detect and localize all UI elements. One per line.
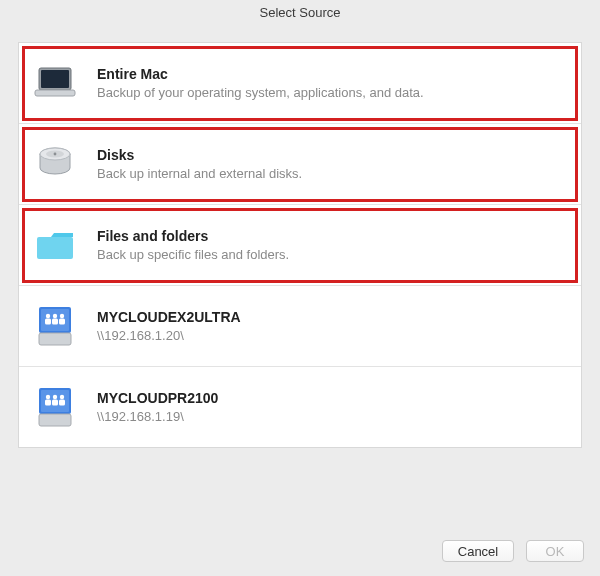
dialog-footer: Cancel OK: [442, 540, 584, 562]
svg-rect-13: [52, 319, 58, 325]
source-list: Entire MacBackup of your operating syste…: [18, 42, 582, 448]
network-share-icon: [33, 304, 77, 348]
source-option-subtitle: \\192.168.1.19\: [97, 409, 567, 424]
svg-rect-2: [35, 90, 75, 96]
source-option-text: MYCLOUDPR2100\\192.168.1.19\: [97, 390, 567, 424]
svg-rect-25: [39, 414, 71, 426]
source-option-share-mycloudpr2100[interactable]: MYCLOUDPR2100\\192.168.1.19\: [19, 367, 581, 447]
source-option-text: MYCLOUDEX2ULTRA\\192.168.1.20\: [97, 309, 567, 343]
harddrive-icon: [33, 142, 77, 186]
svg-rect-7: [37, 237, 73, 259]
svg-rect-22: [52, 400, 58, 406]
ok-button[interactable]: OK: [526, 540, 584, 562]
svg-rect-24: [59, 400, 65, 406]
source-option-share-mycloudex2ultra[interactable]: MYCLOUDEX2ULTRA\\192.168.1.20\: [19, 286, 581, 367]
source-option-subtitle: \\192.168.1.20\: [97, 328, 567, 343]
svg-point-19: [46, 395, 50, 399]
svg-rect-20: [45, 400, 51, 406]
source-option-subtitle: Back up internal and external disks.: [97, 166, 567, 181]
svg-rect-11: [45, 319, 51, 325]
svg-point-14: [60, 314, 64, 318]
source-option-files-folders[interactable]: Files and foldersBack up specific files …: [19, 205, 581, 286]
source-option-text: DisksBack up internal and external disks…: [97, 147, 567, 181]
source-option-title: MYCLOUDPR2100: [97, 390, 567, 406]
svg-rect-15: [59, 319, 65, 325]
svg-point-12: [53, 314, 57, 318]
source-option-title: Files and folders: [97, 228, 567, 244]
source-option-text: Entire MacBackup of your operating syste…: [97, 66, 567, 100]
source-option-title: Entire Mac: [97, 66, 567, 82]
folder-icon: [33, 223, 77, 267]
svg-rect-16: [39, 333, 71, 345]
source-option-text: Files and foldersBack up specific files …: [97, 228, 567, 262]
source-option-title: Disks: [97, 147, 567, 163]
svg-point-21: [53, 395, 57, 399]
macbook-icon: [33, 61, 77, 105]
svg-rect-1: [41, 70, 69, 88]
source-option-disks[interactable]: DisksBack up internal and external disks…: [19, 124, 581, 205]
window-title: Select Source: [0, 0, 600, 26]
source-option-title: MYCLOUDEX2ULTRA: [97, 309, 567, 325]
svg-point-6: [54, 153, 57, 156]
source-option-entire-mac[interactable]: Entire MacBackup of your operating syste…: [19, 43, 581, 124]
source-option-subtitle: Backup of your operating system, applica…: [97, 85, 567, 100]
cancel-button[interactable]: Cancel: [442, 540, 514, 562]
svg-point-23: [60, 395, 64, 399]
network-share-icon: [33, 385, 77, 429]
svg-point-10: [46, 314, 50, 318]
source-option-subtitle: Back up specific files and folders.: [97, 247, 567, 262]
